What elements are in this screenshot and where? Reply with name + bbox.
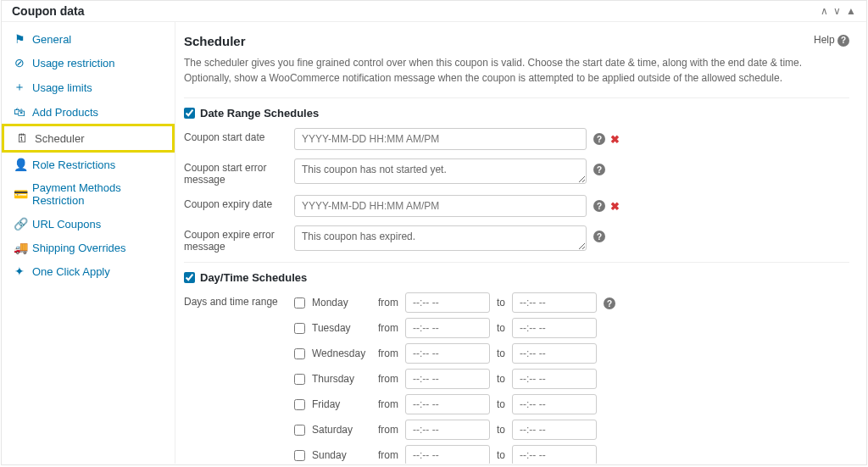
day-checkbox-thursday[interactable] (294, 374, 305, 385)
sidebar-item-role-restrictions[interactable]: 👤Role Restrictions (2, 153, 175, 176)
day-checkbox-saturday[interactable] (294, 425, 305, 436)
truck-icon: 🚚 (14, 241, 25, 254)
coupon-expiry-date-label: Coupon expiry date (184, 195, 294, 210)
time-to-input[interactable] (512, 420, 597, 440)
time-to-input[interactable] (512, 445, 597, 464)
to-label: to (497, 398, 505, 410)
time-from-input[interactable] (405, 292, 490, 313)
day-row-sunday: Sundayfromto (294, 445, 597, 464)
day-row-thursday: Thursdayfromto (294, 369, 597, 389)
panel-header: Coupon data ∧ ∨ ▲ (2, 1, 866, 22)
day-label: Friday (312, 398, 371, 410)
link-icon: 🔗 (14, 217, 25, 231)
to-label: to (497, 297, 505, 309)
time-from-input[interactable] (405, 420, 490, 440)
time-from-input[interactable] (405, 445, 490, 464)
user-icon: 👤 (14, 158, 25, 171)
sidebar-item-general[interactable]: ⚑General (2, 27, 175, 51)
day-checkbox-friday[interactable] (294, 399, 305, 410)
coupon-start-date-input[interactable] (294, 128, 587, 150)
sidebar-item-shipping-overrides[interactable]: 🚚Shipping Overrides (2, 236, 175, 259)
time-to-input[interactable] (512, 343, 597, 364)
day-row-monday: Mondayfromto (294, 292, 597, 313)
help-link[interactable]: Help ? (814, 34, 849, 47)
clear-icon[interactable]: ✖ (610, 200, 620, 213)
sidebar-item-scheduler[interactable]: 🗓Scheduler (2, 124, 175, 153)
sidebar-item-add-products[interactable]: 🛍Add Products (2, 100, 175, 124)
help-icon[interactable]: ? (593, 200, 605, 212)
day-checkbox-wednesday[interactable] (294, 348, 305, 359)
section-date-range: Date Range Schedules (184, 97, 849, 120)
day-checkbox-tuesday[interactable] (294, 323, 305, 334)
coupon-start-error-label: Coupon start error message (184, 158, 294, 186)
sidebar-item-usage-limits[interactable]: ＋Usage limits (2, 75, 175, 100)
time-from-input[interactable] (405, 369, 490, 389)
day-label: Wednesday (312, 347, 371, 359)
day-row-friday: Fridayfromto (294, 394, 597, 414)
to-label: to (497, 449, 505, 461)
day-label: Thursday (312, 373, 371, 385)
main-content: Scheduler Help ? The scheduler gives you… (175, 22, 866, 464)
day-checkbox-sunday[interactable] (294, 450, 305, 461)
sidebar-item-one-click-apply[interactable]: ✦One Click Apply (2, 259, 175, 283)
time-to-input[interactable] (512, 394, 597, 414)
from-label: from (378, 424, 398, 436)
coupon-expire-error-label: Coupon expire error message (184, 225, 294, 253)
time-to-input[interactable] (512, 369, 597, 389)
time-to-input[interactable] (512, 318, 597, 338)
time-from-input[interactable] (405, 318, 490, 338)
section-daytime: Day/Time Schedules (184, 262, 849, 284)
to-label: to (497, 424, 505, 436)
to-label: to (497, 322, 505, 334)
time-from-input[interactable] (405, 343, 490, 364)
clear-icon[interactable]: ✖ (610, 133, 620, 146)
from-label: from (378, 347, 398, 359)
daytime-toggle[interactable] (184, 272, 195, 283)
page-title: Scheduler (184, 34, 246, 48)
collapse-down-icon[interactable]: ∨ (833, 5, 841, 17)
sidebar-item-url-coupons[interactable]: 🔗URL Coupons (2, 212, 175, 236)
collapse-up-icon[interactable]: ∧ (821, 5, 828, 17)
sidebar-item-payment-methods[interactable]: 💳Payment Methods Restriction (2, 176, 175, 212)
help-icon[interactable]: ? (593, 164, 605, 175)
day-label: Tuesday (312, 322, 371, 334)
day-row-tuesday: Tuesdayfromto (294, 318, 597, 338)
card-icon: 💳 (14, 187, 25, 201)
coupon-expiry-date-input[interactable] (294, 195, 587, 217)
help-icon: ? (837, 35, 849, 47)
plus-icon: ＋ (14, 80, 25, 95)
to-label: to (497, 347, 505, 359)
from-label: from (378, 398, 398, 410)
from-label: from (378, 322, 398, 334)
to-label: to (497, 373, 505, 385)
ban-icon: ⊘ (14, 56, 25, 69)
sparkle-icon: ✦ (14, 264, 25, 278)
day-label: Saturday (312, 424, 371, 436)
coupon-start-date-label: Coupon start date (184, 128, 294, 143)
toggle-triangle-icon[interactable]: ▲ (846, 5, 856, 17)
panel-title: Coupon data (12, 4, 85, 18)
day-label: Sunday (312, 449, 371, 461)
time-from-input[interactable] (405, 394, 490, 414)
help-icon[interactable]: ? (593, 231, 605, 242)
bookmark-icon: ⚑ (14, 32, 25, 46)
calendar-icon: 🗓 (16, 131, 28, 145)
sidebar-item-usage-restriction[interactable]: ⊘Usage restriction (2, 51, 175, 75)
page-description: The scheduler gives you fine grained con… (184, 55, 849, 86)
help-icon[interactable]: ? (593, 133, 605, 145)
time-to-input[interactable] (512, 292, 597, 313)
from-label: from (378, 449, 398, 461)
sidebar: ⚑General ⊘Usage restriction ＋Usage limit… (2, 22, 175, 464)
day-checkbox-monday[interactable] (294, 297, 305, 309)
from-label: from (378, 373, 398, 385)
day-label: Monday (312, 297, 371, 309)
bag-icon: 🛍 (14, 105, 25, 119)
day-row-wednesday: Wednesdayfromto (294, 343, 597, 364)
coupon-start-error-input[interactable] (294, 158, 587, 184)
day-row-saturday: Saturdayfromto (294, 420, 597, 440)
coupon-expire-error-input[interactable] (294, 225, 587, 251)
date-range-toggle[interactable] (184, 108, 195, 119)
days-time-range-label: Days and time range (184, 292, 294, 308)
help-icon[interactable]: ? (604, 297, 615, 309)
from-label: from (378, 297, 398, 309)
